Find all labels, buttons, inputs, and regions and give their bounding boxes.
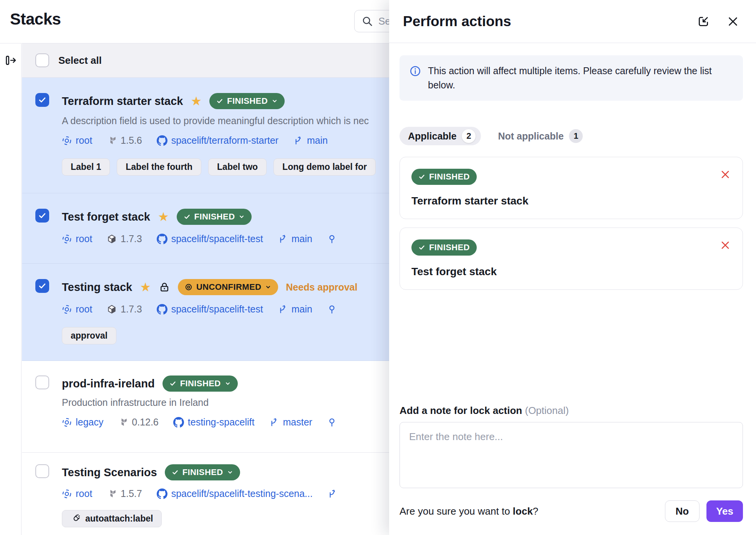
branch-name: master (283, 417, 312, 428)
chevron-down-icon (272, 98, 278, 104)
stack-name[interactable]: Test forget stack (62, 211, 150, 223)
branch-name: main (292, 233, 312, 244)
affected-item-title: Test forget stack (411, 266, 731, 278)
note-optional-text: (Optional) (525, 405, 569, 416)
panel-body: This action will affect multiple items. … (389, 43, 756, 535)
row-checkbox[interactable] (35, 464, 49, 478)
panel-title: Perform actions (403, 13, 697, 30)
vendor-version: 0.12.6 (118, 417, 159, 428)
status-badge-dropdown[interactable]: FINISHED (177, 209, 252, 225)
yes-button[interactable]: Yes (706, 500, 743, 522)
branch-link[interactable]: main (278, 233, 312, 244)
terraform-icon (118, 417, 128, 427)
space-link[interactable]: root (62, 135, 92, 146)
space-link[interactable]: root (62, 488, 92, 499)
applicability-tabs: Applicable 2 Not applicable 1 (400, 127, 743, 145)
favorite-star-icon[interactable]: ★ (158, 211, 169, 223)
space-name: root (76, 233, 92, 244)
tab-not-applicable[interactable]: Not applicable 1 (498, 129, 583, 143)
branch-name: main (307, 135, 328, 146)
version-label: 1.7.3 (121, 304, 142, 315)
repo-name: spacelift/spacelift-test (171, 233, 263, 244)
hook-link[interactable] (327, 417, 337, 427)
chevron-down-icon (239, 214, 245, 220)
close-icon[interactable] (727, 15, 739, 28)
space-link[interactable]: legacy (62, 417, 103, 428)
hook-link[interactable] (327, 234, 337, 244)
branch-link[interactable] (327, 489, 337, 499)
repo-link[interactable]: spacelift/spacelift-test (157, 233, 263, 244)
terraform-icon (107, 489, 117, 499)
stack-label: Long demo label for (274, 158, 376, 176)
vendor-version: 1.7.3 (107, 304, 142, 315)
status-badge-dropdown[interactable]: UNCONFIRMED (178, 279, 278, 295)
version-label: 1.7.3 (121, 233, 142, 244)
chevron-down-icon (265, 284, 271, 290)
status-label: UNCONFIRMED (196, 282, 261, 292)
status-badge-dropdown[interactable]: FINISHED (162, 375, 238, 392)
vendor-version: 1.5.6 (107, 135, 142, 146)
status-badge-dropdown[interactable]: FINISHED (165, 464, 240, 480)
stack-name[interactable]: Testing Scenarios (62, 466, 157, 479)
note-textarea[interactable] (400, 422, 743, 488)
hook-icon (327, 417, 337, 427)
space-icon (62, 304, 72, 314)
stack-name[interactable]: prod-infra-ireland (62, 377, 155, 390)
space-link[interactable]: root (62, 233, 92, 244)
status-badge-dropdown[interactable]: FINISHED (209, 93, 285, 109)
tab-label: Not applicable (498, 131, 564, 142)
hook-icon (327, 304, 337, 314)
github-icon (157, 234, 167, 244)
row-checkbox[interactable] (35, 375, 49, 389)
row-checkbox[interactable] (35, 93, 49, 107)
remove-item-icon[interactable] (720, 169, 731, 180)
no-button[interactable]: No (665, 500, 700, 522)
row-checkbox[interactable] (35, 279, 49, 293)
status-label: FINISHED (180, 379, 221, 389)
branch-link[interactable]: master (269, 417, 312, 428)
info-icon (410, 65, 421, 92)
repo-name: spacelift/spacelift-testing-scena... (171, 488, 313, 499)
space-name: root (76, 488, 92, 499)
check-icon (172, 469, 179, 476)
page-title: Stacks (10, 10, 61, 28)
perform-actions-panel: Perform actions This action will affect … (389, 0, 756, 535)
space-link[interactable]: root (62, 304, 92, 315)
branch-link[interactable]: main (278, 304, 312, 315)
space-name: root (76, 135, 92, 146)
opentofu-cube-icon (107, 234, 117, 244)
row-checkbox[interactable] (35, 209, 49, 223)
github-icon (157, 488, 167, 499)
stack-name[interactable]: Testing stack (62, 281, 132, 294)
collapse-panel-icon[interactable] (697, 15, 710, 28)
stack-name[interactable]: Terraform starter stack (62, 95, 183, 108)
sidebar-expand-icon[interactable] (5, 54, 17, 535)
hook-link[interactable] (327, 304, 337, 314)
branch-icon (327, 489, 337, 499)
repo-link[interactable]: testing-spacelift (173, 417, 255, 428)
stack-label: autoattach:label (85, 513, 153, 524)
stack-label-autoattach: autoattach:label (62, 510, 162, 527)
tab-applicable[interactable]: Applicable 2 (400, 127, 481, 145)
status-label: FINISHED (429, 243, 470, 253)
favorite-star-icon[interactable]: ★ (140, 281, 151, 293)
left-rail (0, 43, 22, 535)
eye-icon (185, 283, 192, 291)
select-all-checkbox[interactable] (35, 53, 49, 67)
remove-item-icon[interactable] (720, 239, 731, 251)
affected-item-card: FINISHED Terraform starter stack (400, 157, 743, 219)
chevron-down-icon (225, 380, 231, 387)
repo-link[interactable]: spacelift/terraform-starter (157, 135, 279, 146)
github-icon (173, 417, 184, 428)
panel-spacer (400, 290, 743, 405)
status-badge: FINISHED (411, 239, 477, 256)
favorite-star-icon[interactable]: ★ (191, 95, 202, 107)
repo-link[interactable]: spacelift/spacelift-testing-scena... (157, 488, 313, 499)
check-icon (418, 173, 425, 180)
magnet-icon (71, 514, 81, 524)
branch-link[interactable]: main (293, 135, 328, 146)
affected-item-title: Terraform starter stack (411, 195, 731, 207)
status-label: FINISHED (182, 467, 223, 477)
repo-link[interactable]: spacelift/spacelift-test (157, 304, 263, 315)
confirm-question: Are you sure you want to lock? (400, 505, 665, 517)
